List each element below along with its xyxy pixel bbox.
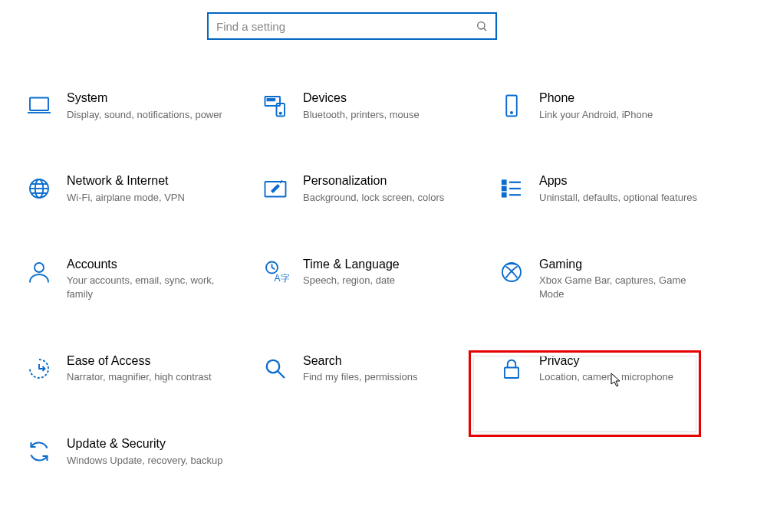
svg-rect-23	[502, 193, 506, 197]
tile-desc: Windows Update, recovery, backup	[67, 454, 223, 468]
ease-of-access-icon	[25, 355, 53, 383]
apps-list-icon	[498, 175, 525, 202]
tile-desc: Uninstall, defaults, optional features	[539, 191, 697, 205]
magnifier-icon	[262, 355, 289, 383]
settings-tile-privacy[interactable]: Privacy Location, camera, microphone	[492, 349, 722, 389]
xbox-icon	[498, 258, 525, 286]
svg-line-28	[272, 268, 275, 269]
settings-tile-apps[interactable]: Apps Uninstall, defaults, optional featu…	[492, 169, 722, 209]
search-icon	[476, 20, 488, 32]
tile-desc: Bluetooth, printers, mouse	[303, 108, 420, 122]
tile-title: Time & Language	[303, 257, 400, 273]
settings-tile-devices[interactable]: Devices Bluetooth, printers, mouse	[255, 86, 485, 126]
settings-tile-phone[interactable]: Phone Link your Android, iPhone	[492, 86, 722, 126]
settings-tile-accounts[interactable]: Accounts Your accounts, email, sync, wor…	[19, 252, 249, 306]
tile-desc: Wi-Fi, airplane mode, VPN	[67, 191, 185, 205]
svg-point-25	[35, 263, 44, 272]
tile-title: Update & Security	[67, 436, 223, 452]
settings-tile-gaming[interactable]: Gaming Xbox Game Bar, captures, Game Mod…	[492, 252, 722, 306]
tile-title: Gaming	[539, 257, 700, 273]
svg-point-9	[280, 113, 281, 114]
laptop-icon	[25, 92, 53, 120]
tile-desc: Xbox Game Bar, captures, Game Mode	[539, 274, 700, 300]
devices-icon	[262, 92, 289, 120]
svg-line-32	[278, 371, 285, 378]
tile-desc: Display, sound, notifications, power	[67, 108, 222, 122]
tile-title: Search	[303, 353, 418, 369]
tile-title: Apps	[539, 173, 697, 189]
settings-tile-personalization[interactable]: Personalization Background, lock screen,…	[255, 169, 485, 209]
tile-desc: Background, lock screen, colors	[303, 191, 444, 205]
svg-rect-2	[30, 98, 48, 111]
tile-title: Phone	[539, 90, 653, 107]
tile-title: Devices	[303, 90, 420, 107]
svg-rect-33	[505, 367, 518, 378]
settings-tile-time-language[interactable]: A字 Time & Language Speech, region, date	[255, 252, 485, 306]
svg-point-11	[511, 112, 512, 113]
svg-rect-19	[502, 181, 506, 185]
tile-title: System	[67, 90, 222, 107]
svg-rect-5	[268, 99, 269, 100]
svg-rect-7	[273, 99, 275, 100]
tile-desc: Your accounts, email, sync, work, family	[67, 274, 228, 300]
lock-icon	[498, 355, 525, 383]
tile-title: Network & Internet	[67, 173, 185, 189]
svg-point-31	[267, 360, 280, 373]
tile-desc: Speech, region, date	[303, 274, 400, 287]
settings-tile-network[interactable]: Network & Internet Wi-Fi, airplane mode,…	[19, 169, 249, 209]
tile-desc: Narrator, magnifier, high contrast	[67, 370, 212, 384]
tile-desc: Link your Android, iPhone	[539, 108, 653, 122]
person-icon	[25, 258, 53, 286]
svg-line-18	[280, 181, 282, 183]
settings-tile-ease-of-access[interactable]: Ease of Access Narrator, magnifier, high…	[19, 349, 249, 389]
svg-point-0	[478, 22, 485, 29]
time-language-icon: A字	[262, 258, 289, 286]
globe-icon	[25, 175, 53, 202]
tile-title: Privacy	[539, 353, 673, 369]
tile-desc: Location, camera, microphone	[539, 370, 673, 384]
phone-icon	[498, 92, 525, 120]
svg-line-1	[484, 28, 486, 31]
search-box[interactable]	[207, 12, 497, 40]
tile-desc: Find my files, permissions	[303, 370, 418, 384]
tile-title: Ease of Access	[67, 353, 212, 369]
paintbrush-icon	[262, 175, 289, 202]
tile-title: Accounts	[67, 257, 228, 273]
tile-title: Personalization	[303, 173, 444, 189]
settings-tile-system[interactable]: System Display, sound, notifications, po…	[19, 86, 249, 126]
svg-rect-21	[502, 187, 506, 191]
settings-tile-update[interactable]: Update & Security Windows Update, recove…	[19, 432, 249, 471]
settings-tile-search[interactable]: Search Find my files, permissions	[255, 349, 485, 389]
svg-rect-6	[270, 99, 272, 100]
search-input[interactable]	[216, 20, 476, 33]
svg-text:A字: A字	[275, 273, 290, 284]
sync-icon	[25, 438, 53, 465]
